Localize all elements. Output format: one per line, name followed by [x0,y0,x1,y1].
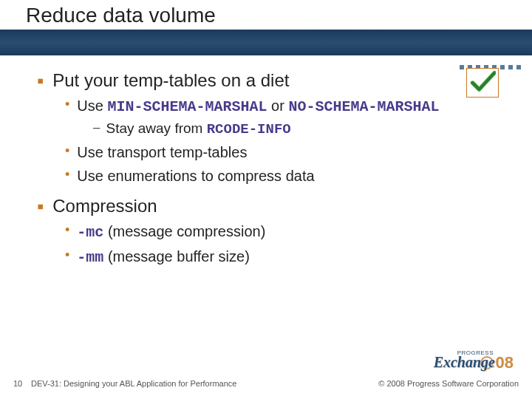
page-number: 10 [13,379,22,388]
square-bullet-icon: ▪ [37,196,44,217]
title-bar: Reduce data volume [0,0,532,44]
footer-session-title: DEV-31: Designing your ABL Application f… [31,379,236,388]
sub2-bullet-rcode: – Stay away from RCODE-INFO [93,120,495,139]
code-fragment: NO-SCHEMA-MARSHAL [288,98,439,115]
dot-bullet-icon: • [65,96,69,113]
code-fragment: RCODE-INFO [207,121,291,137]
slide: Reduce data volume ▪ Put your temp-table… [0,0,532,399]
text-fragment: Stay away from [106,120,206,136]
content-area: ▪ Put your temp-tables on a diet • Use M… [37,70,495,267]
logo-year-text: 08 [496,353,514,372]
bullet-text: Compression [52,196,157,217]
dot-bullet-icon: • [65,222,69,239]
bullet-text: Use enumerations to compress data [77,166,314,185]
sub-bullet-transport: • Use transport temp-tables [65,143,495,162]
title-underline [0,30,532,55]
bullet-temp-tables: ▪ Put your temp-tables on a diet [37,70,495,92]
bullet-text: Put your temp-tables on a diet [52,70,289,92]
bullet-text: -mm (message buffer size) [77,247,250,267]
logo-exchange-text: Exchange [434,354,495,371]
sub-bullet-enumerations: • Use enumerations to compress data [65,166,495,185]
code-fragment: -mm [77,249,103,266]
slide-title: Reduce data volume [26,4,216,27]
dot-bullet-icon: • [65,166,69,183]
dot-bullet-icon: • [65,247,69,264]
bullet-compression: ▪ Compression [37,196,495,217]
dot-bullet-icon: • [65,143,69,160]
footer-copyright: © 2008 Progress Software Corporation [378,379,519,388]
dash-bullet-icon: – [93,120,100,136]
bullet-text: -mc (message compression) [77,222,265,242]
code-fragment: MIN-SCHEMA-MARSHAL [107,98,267,115]
exchange-logo: PROGRESS Exchange 08 [399,347,510,377]
sub-bullet-mc: • -mc (message compression) [65,222,495,242]
text-fragment: Use [77,98,107,114]
bullet-text: Use MIN-SCHEMA-MARSHAL or NO-SCHEMA-MARS… [77,96,439,117]
bullet-text: Stay away from RCODE-INFO [106,120,290,139]
text-fragment: (message buffer size) [103,248,250,265]
text-fragment: (message compression) [103,223,265,239]
sub-bullet-min-schema: • Use MIN-SCHEMA-MARSHAL or NO-SCHEMA-MA… [65,96,495,117]
code-fragment: -mc [77,224,103,241]
square-bullet-icon: ▪ [37,70,44,92]
bullet-text: Use transport temp-tables [77,143,247,162]
text-fragment: or [267,98,288,114]
sub-bullet-mm: • -mm (message buffer size) [65,247,495,267]
